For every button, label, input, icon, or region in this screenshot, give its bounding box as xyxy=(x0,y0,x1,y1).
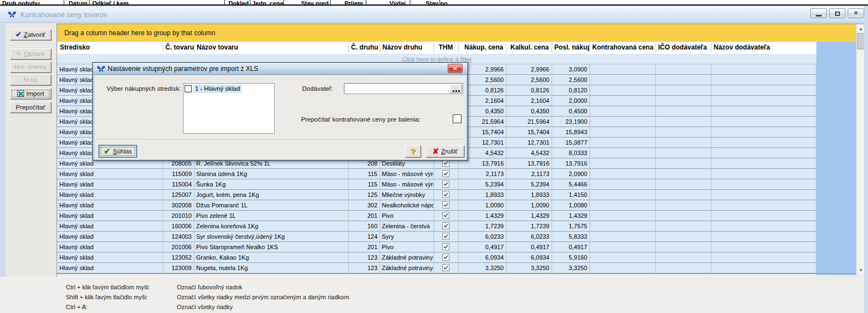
column-header-nakup[interactable]: Nákup. cena xyxy=(458,42,506,54)
cell-posl: 1,4150 xyxy=(552,190,589,200)
cell-c_tovaru: 115004 xyxy=(163,179,194,189)
table-row[interactable]: Hlavný sklad124003Syr slovenský čerstvý,… xyxy=(57,232,816,242)
minimize-button[interactable] xyxy=(810,8,827,18)
column-header-nazov_druhu[interactable]: Názov druhu xyxy=(380,42,433,54)
sidebar-button-oprava[interactable]: ✎Oprava xyxy=(10,48,51,59)
dialog-close-button[interactable]: ✕ xyxy=(448,64,463,73)
cell-c_druhu: 123 xyxy=(348,252,380,262)
column-header-ico[interactable]: IČO dodávateľa xyxy=(655,42,711,54)
thm-checkbox xyxy=(442,222,449,229)
cell-kalkul: 21,5964 xyxy=(506,117,552,127)
table-row[interactable]: Hlavný sklad125007Jogurt, krém, pena 1Kg… xyxy=(57,190,816,200)
listbox-item[interactable]: 1 - Hlavný sklad xyxy=(185,85,242,93)
column-header-posl[interactable]: Posl. nákup xyxy=(552,42,589,54)
thm-checkbox xyxy=(442,233,449,240)
vertical-scrollbar[interactable]: ▲ ▼ xyxy=(856,24,865,275)
cell-nakup: 1,8933 xyxy=(458,190,506,200)
cell-c_druhu: 125 xyxy=(348,190,380,200)
table-row[interactable]: Hlavný sklad160006Zelenina koreňová 1Kg1… xyxy=(57,221,816,232)
column-header-separator xyxy=(589,43,590,52)
grid-vline xyxy=(552,64,552,273)
cell-nazov_tovaru: Slanina údená 1Kg xyxy=(194,169,348,179)
cell-nakup: 1,0090 xyxy=(458,200,506,210)
sidebar-button-import[interactable]: Import xyxy=(10,88,51,99)
close-button[interactable]: ✕ xyxy=(848,8,864,18)
maximize-button[interactable] xyxy=(829,8,845,18)
dodavatel-input[interactable] xyxy=(344,83,463,94)
column-header-separator xyxy=(655,43,656,52)
listbox-item-checkbox[interactable] xyxy=(185,85,192,92)
x-icon: ✘ xyxy=(432,149,439,154)
window-right-frame xyxy=(864,6,868,313)
sidebar-button-hro-zmeny[interactable]: Hro. zmeny xyxy=(10,62,51,73)
cell-c_tovaru: 124003 xyxy=(163,232,194,241)
table-row[interactable]: Hlavný sklad201006Pivo Staroprameň Nealk… xyxy=(57,242,816,252)
cell-nazov_tovaru: Pivo zelené 1L xyxy=(194,211,348,221)
grid-vline xyxy=(589,64,590,273)
cell-stredisko: Hlavný sklad xyxy=(57,169,163,179)
table-row[interactable]: Hlavný sklad115009Slanina údená 1Kg115Mä… xyxy=(57,169,816,179)
cell-c_druhu: 160 xyxy=(348,221,380,231)
cell-c_druhu: 201 xyxy=(348,211,380,221)
help-button[interactable]: ? xyxy=(405,145,421,157)
column-header-thm[interactable]: THM xyxy=(433,42,458,54)
legend-description: Označí ľubovoľný riadok xyxy=(177,284,242,290)
dodavatel-lookup-button[interactable] xyxy=(450,84,462,93)
cell-nazov_tovaru: Nugeta, nutela 1Kg xyxy=(194,263,348,273)
toolbar-sidebar: ✔Zatvoriť✎OpravaHro. zmenyNulujImportPre… xyxy=(0,24,57,313)
column-header-stredisko[interactable]: Stredisko xyxy=(57,42,163,54)
stredisk-listbox[interactable]: 1 - Hlavný sklad xyxy=(183,83,275,134)
column-header-kalkul[interactable]: Kalkul. cena xyxy=(506,42,552,54)
screen: Druh pohybuDátumOdkiaľ / kamDokladJedn. … xyxy=(0,0,868,313)
cell-posl: 15,8943 xyxy=(552,127,589,137)
thm-checkbox xyxy=(442,254,449,261)
thm-checkbox xyxy=(442,264,449,271)
dodavatel-label: Dodávateľ: xyxy=(302,85,333,92)
cell-posl: 2,0900 xyxy=(552,169,589,179)
table-row[interactable]: Hlavný sklad302008Džus Pomaranč 1L302Nea… xyxy=(57,200,816,211)
cell-nazov_tovaru: Šunka 1Kg xyxy=(194,179,348,189)
cell-nazov_tovaru: Granko, Kakao 1Kg xyxy=(194,252,348,262)
sidebar-button-zatvori-[interactable]: ✔Zatvoriť xyxy=(10,29,51,40)
grid-vline xyxy=(506,64,507,273)
column-header-nazov_tovaru[interactable]: Názov tovaru xyxy=(194,42,348,54)
thm-checkbox xyxy=(442,243,449,250)
table-row[interactable]: Hlavný sklad123009Nugeta, nutela 1Kg123Z… xyxy=(57,263,816,273)
cell-kalkul: 1,8933 xyxy=(506,190,552,200)
cell-stredisko: Hlavný sklad xyxy=(57,179,163,189)
cell-kalkul: 5,2394 xyxy=(506,179,552,189)
sidebar-button-nuluj[interactable]: Nuluj xyxy=(10,74,51,85)
cell-nazov_druhu: Nealkoholické nápo xyxy=(380,200,433,210)
sidebar-button-prepo-ta-[interactable]: Prepočítať xyxy=(10,102,51,113)
cell-c_tovaru: 201006 xyxy=(163,242,194,252)
cell-posl: 1,4329 xyxy=(552,211,589,221)
table-row[interactable]: Hlavný sklad201010Pivo zelené 1L201Pivo1… xyxy=(57,211,816,221)
column-header-nazov_dod[interactable]: Názov dodávateľa xyxy=(711,42,816,54)
zrusit-button[interactable]: ✘ Zrušiť xyxy=(426,145,464,157)
dialog-title: Nastavenie vstupných parametrov pre impo… xyxy=(108,65,258,73)
close-icon: ✕ xyxy=(854,10,858,16)
cell-kalkul: 12,7301 xyxy=(506,138,552,147)
scroll-thumb[interactable] xyxy=(857,33,865,50)
app-butterfly-icon xyxy=(7,10,17,19)
cell-posl: 3,3250 xyxy=(552,263,589,273)
cell-c_tovaru: 160006 xyxy=(163,221,194,231)
cell-c_tovaru: 123009 xyxy=(163,263,194,273)
cell-c_druhu: 124 xyxy=(348,232,380,241)
cell-kalkul: 1,7239 xyxy=(506,221,552,231)
cell-nazov_druhu: Základné potraviny xyxy=(380,252,433,262)
cell-nazov_druhu: Syry xyxy=(380,232,433,241)
suhlas-button[interactable]: ✔ Súhlas xyxy=(99,145,137,157)
column-header-c_tovaru[interactable]: Č. tovaru xyxy=(163,42,194,54)
group-by-bar[interactable]: Drag a column header here to group by th… xyxy=(57,24,856,42)
cell-c_druhu: 115 xyxy=(348,169,380,179)
cell-kalkul: 0,8126 xyxy=(506,85,552,95)
cell-nazov_tovaru: Pivo Staroprameň Nealko 1KS xyxy=(194,242,348,252)
column-header-kontr[interactable]: Kontrahovaná cena xyxy=(589,42,655,54)
cell-kalkul: 1,4329 xyxy=(506,211,552,221)
table-row[interactable]: Hlavný sklad123052Granko, Kakao 1Kg123Zá… xyxy=(57,252,816,263)
table-row[interactable]: Hlavný sklad115004Šunka 1Kg115Mäso - mäs… xyxy=(57,179,816,190)
prepocitat-checkbox[interactable] xyxy=(453,114,461,123)
cell-nazov_druhu: Mäso - mäsové výro xyxy=(380,179,433,189)
column-header-c_druhu[interactable]: Č. druhu xyxy=(348,42,380,54)
